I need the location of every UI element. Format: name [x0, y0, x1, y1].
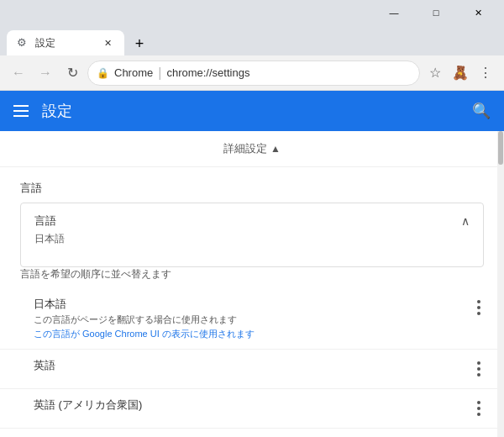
- menu-icon[interactable]: ⋮: [474, 61, 497, 85]
- title-bar: — □ ✕: [0, 0, 504, 25]
- omnibox-separator: |: [158, 66, 161, 81]
- tab-icon: ⚙: [17, 36, 30, 50]
- lang-name-2: 英語 (アメリカ合衆国): [34, 398, 474, 413]
- language-row-2: 英語 (アメリカ合衆国): [0, 389, 504, 429]
- search-icon[interactable]: 🔍: [472, 102, 491, 120]
- lang-menu-1[interactable]: [474, 358, 484, 380]
- omnibox-url: chrome://settings: [166, 66, 249, 79]
- omnibox-brand: Chrome: [114, 66, 153, 79]
- language-card: 言語 ∧ 日本語: [20, 203, 484, 267]
- toolbar-right: ☆ 🧸 ⋮: [423, 61, 497, 85]
- lang-menu-2[interactable]: [474, 398, 484, 419]
- bookmark-icon[interactable]: ☆: [423, 61, 447, 85]
- maximize-button[interactable]: □: [417, 0, 455, 25]
- tab-title: 設定: [35, 36, 96, 50]
- settings-header: 設定 🔍: [0, 91, 504, 131]
- language-row-1: 英語: [0, 350, 504, 389]
- omnibox[interactable]: 🔒 Chrome | chrome://settings: [87, 61, 420, 86]
- language-card-subtitle: 日本語: [34, 232, 470, 246]
- settings-title: 設定: [42, 101, 459, 121]
- language-card-title: 言語: [34, 213, 56, 229]
- new-tab-button[interactable]: +: [128, 32, 151, 55]
- language-section-label: 言語: [0, 167, 504, 203]
- tab-close-icon[interactable]: ✕: [101, 36, 114, 50]
- settings-content: 詳細設定 ▲ 言語 言語 ∧ 日本語 言語を希望の順序に並べ替えます 日本語 こ…: [0, 131, 504, 437]
- language-card-chevron-icon[interactable]: ∧: [461, 214, 470, 228]
- lang-note-0: この言語が Google Chrome UI の表示に使用されます: [34, 328, 474, 340]
- lang-menu-0[interactable]: [474, 297, 484, 319]
- refresh-button[interactable]: ↻: [60, 61, 84, 85]
- lang-name-0: 日本語: [34, 297, 474, 312]
- back-button[interactable]: ←: [7, 61, 30, 85]
- scrollbar-thumb: [498, 131, 503, 165]
- active-tab[interactable]: ⚙ 設定 ✕: [7, 30, 124, 55]
- minimize-button[interactable]: —: [375, 0, 413, 25]
- window-controls: — □ ✕: [375, 0, 497, 25]
- hamburger-menu[interactable]: [13, 105, 29, 117]
- extension-icon[interactable]: 🧸: [449, 61, 472, 85]
- details-section: 詳細設定 ▲: [0, 131, 504, 167]
- close-button[interactable]: ✕: [459, 0, 497, 25]
- details-arrow-icon[interactable]: ▲: [270, 143, 281, 155]
- language-row-0: 日本語 この言語がページを翻訳する場合に使用されます この言語が Google …: [0, 288, 504, 350]
- lang-name-1: 英語: [34, 358, 474, 373]
- lang-desc-0: この言語がページを翻訳する場合に使用されます: [34, 313, 474, 326]
- lock-icon: 🔒: [97, 67, 109, 79]
- scrollbar[interactable]: [497, 131, 504, 437]
- forward-button[interactable]: →: [34, 61, 57, 85]
- tab-bar: ⚙ 設定 ✕ +: [0, 25, 504, 55]
- details-label: 詳細設定: [223, 141, 267, 156]
- order-label: 言語を希望の順序に並べ替えます: [20, 267, 484, 282]
- address-bar: ← → ↻ 🔒 Chrome | chrome://settings ☆ 🧸 ⋮: [0, 55, 504, 91]
